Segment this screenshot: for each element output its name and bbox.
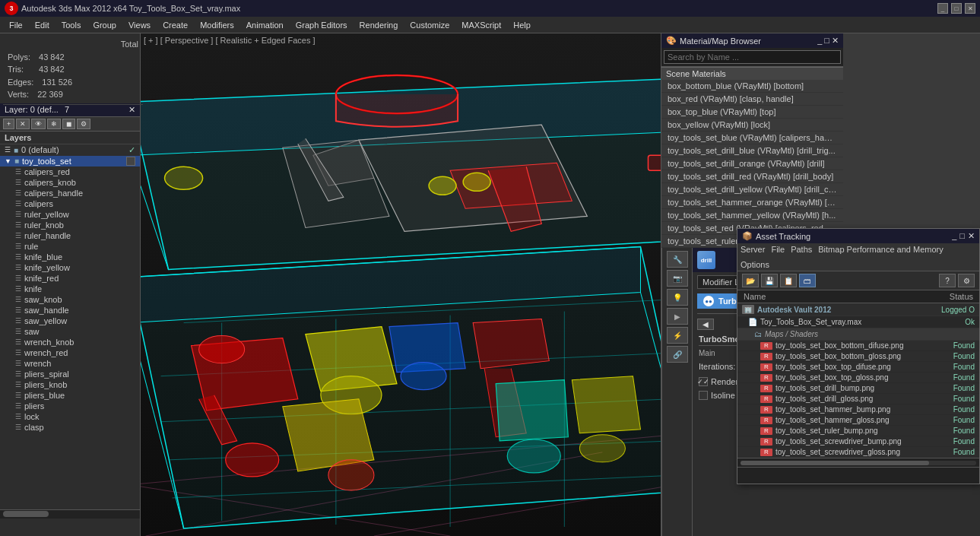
asset-scrollbar[interactable] [737,458,979,467]
asset-row-tex5[interactable]: R toy_tools_set_drill_bump.png Found [737,383,979,394]
isoline-checkbox[interactable] [699,391,708,400]
layer-item-saw-yellow[interactable]: ☰ saw_yellow [0,316,140,326]
layers-settings-btn[interactable]: ⚙ [77,119,90,129]
mat-drill-yellow[interactable]: toy_tools_set_drill_yellow (VRayMtl) [dr… [661,183,843,196]
asset-row-vault[interactable]: 🏢 Autodesk Vault 2012 Logged O [737,303,979,316]
layers-delete-btn[interactable]: ✕ [16,119,30,129]
menu-animation[interactable]: Animation [240,19,290,31]
layer-item-ruler-yellow[interactable]: ☰ ruler_yellow [0,209,140,220]
menu-rendering[interactable]: Rendering [354,19,404,31]
asset-row-tex4[interactable]: R toy_tools_set_box_top_gloss.png Found [737,373,979,383]
layers-scrollbar-thumb[interactable] [3,511,49,517]
scrollbar-thumb-h[interactable] [741,461,929,465]
layer-item-default[interactable]: ☰ ■ 0 (default) ✓ [0,144,140,156]
maximize-button[interactable]: □ [951,3,962,14]
layer-item-calipers-knob[interactable]: ☰ calipers_knob [0,177,140,188]
layer-item-pliers-knob[interactable]: ☰ pliers_knob [0,379,140,390]
layer-item-calipers[interactable]: ☰ calipers [0,198,140,209]
layer-item-wrench-knob[interactable]: ☰ wrench_knob [0,337,140,347]
menu-modifiers[interactable]: Modifiers [194,19,240,31]
asset-row-maxfile[interactable]: 📄 Toy_Tools_Box_Set_vray.max Ok [737,316,979,328]
asset-close-btn[interactable]: ✕ [968,231,975,241]
viewport[interactable]: [ + ] [ Perspective ] [ Realistic + Edge… [141,33,661,536]
layer-item-knife-red[interactable]: ☰ knife_red [0,273,140,284]
toolbar-icon-5[interactable]: ⚡ [667,327,688,344]
layer-item-pliers[interactable]: ☰ pliers [0,401,140,411]
mat-drill-orange[interactable]: toy_tools_set_drill_orange (VRayMtl) [dr… [661,157,843,170]
asset-row-tex7[interactable]: R toy_tools_set_hammer_bump.png Found [737,404,979,415]
mat-browser-min[interactable]: _ [817,36,822,46]
asset-max-btn[interactable]: □ [959,231,965,241]
layer-item-pliers-blue[interactable]: ☰ pliers_blue [0,390,140,401]
layers-render-btn[interactable]: ◼ [62,119,75,129]
layers-close[interactable]: ✕ [128,105,135,115]
layer-item-saw[interactable]: ☰ saw [0,326,140,337]
asset-toolbar-btn1[interactable]: 📂 [742,274,759,287]
asset-row-tex9[interactable]: R toy_tools_set_ruler_bump.png Found [737,426,979,436]
mat-drill-red[interactable]: toy_tools_set_drill_red (VRayMtl) [drill… [661,170,843,183]
asset-toolbar-btn2[interactable]: 💾 [761,274,778,287]
modifier-prev-btn[interactable]: ◀ [697,319,714,330]
mat-box-red[interactable]: box_red (VRayMtl) [clasp, handle] [661,93,843,106]
menu-maxscript[interactable]: MAXScript [455,19,507,31]
layer-item-pliers-spiral[interactable]: ☰ pliers_spiral [0,369,140,379]
render-iters-checkbox[interactable]: ✓ [699,377,708,386]
toolbar-icon-6[interactable]: 🔗 [667,346,688,363]
toolbar-icon-2[interactable]: 📷 [667,270,688,287]
mat-hammer-yellow[interactable]: toy_tools_set_hammer_yellow (VRayMtl) [h… [661,209,843,222]
asset-row-tex1[interactable]: R toy_tools_set_box_bottom_difuse.png Fo… [737,341,979,351]
asset-menu-bitmap[interactable]: Bitmap Performance and Memory [818,245,943,254]
layer-item-lock[interactable]: ☰ lock [0,411,140,422]
asset-menu-paths[interactable]: Paths [791,245,812,254]
menu-file[interactable]: File [3,19,29,31]
toolbar-icon-3[interactable]: 💡 [667,289,688,306]
layers-scrollbar[interactable] [0,509,140,519]
layer-item-ruler-knob[interactable]: ☰ ruler_knob [0,220,140,230]
asset-menu-options[interactable]: Options [741,260,769,269]
mat-tools-blue[interactable]: toy_tools_set_blue (VRayMtl) [calipers_h… [661,132,843,144]
menu-customize[interactable]: Customize [404,19,455,31]
layer-item-toy-tools-set[interactable]: ▼ ■ toy_tools_set [0,156,140,167]
layer-item-wrench-red[interactable]: ☰ wrench_red [0,347,140,358]
menu-tools[interactable]: Tools [56,19,87,31]
layer-item-wrench[interactable]: ☰ wrench [0,358,140,369]
layer-item-calipers-red[interactable]: ☰ calipers_red [0,167,140,177]
mat-drill-blue[interactable]: toy_tools_set_drill_blue (VRayMtl) [dril… [661,144,843,157]
asset-toolbar-help[interactable]: ? [939,274,956,287]
asset-row-tex3[interactable]: R toy_tools_set_box_top_difuse.png Found [737,362,979,373]
menu-help[interactable]: Help [507,19,537,31]
toolbar-icon-1[interactable]: 🔧 [667,251,688,268]
layer-item-knife[interactable]: ☰ knife [0,284,140,294]
asset-menu-file[interactable]: File [771,245,785,254]
mat-box-bottom-blue[interactable]: box_bottom_blue (VRayMtl) [bottom] [661,80,843,93]
mat-box-top-blue[interactable]: box_top_blue (VRayMtl) [top] [661,106,843,119]
menu-create[interactable]: Create [157,19,194,31]
mat-box-yellow[interactable]: box_yellow (VRayMtl) [lock] [661,119,843,132]
layer-item-knife-yellow[interactable]: ☰ knife_yellow [0,262,140,273]
minimize-button[interactable]: _ [937,3,948,14]
layer-item-ruler-handle[interactable]: ☰ ruler_handle [0,230,140,241]
asset-toolbar-btn3[interactable]: 📋 [780,274,797,287]
material-search-input[interactable] [664,50,841,64]
asset-row-tex6[interactable]: R toy_tools_set_drill_gloss.png Found [737,394,979,404]
menu-edit[interactable]: Edit [29,19,56,31]
mat-browser-max[interactable]: □ [824,36,829,46]
mat-hammer-orange[interactable]: toy_tools_set_hammer_orange (VRayMtl) [h… [661,196,843,209]
layer-item-rule[interactable]: ☰ rule [0,241,140,252]
menu-group[interactable]: Group [87,19,122,31]
asset-row-tex2[interactable]: R toy_tools_set_box_bottom_gloss.png Fou… [737,351,979,362]
mat-browser-close[interactable]: ✕ [832,36,839,46]
asset-row-tex10[interactable]: R toy_tools_set_screwdriver_bump.png Fou… [737,436,979,447]
layers-new-btn[interactable]: + [3,119,14,129]
viewport-scene[interactable] [141,33,661,536]
window-controls[interactable]: _ □ ✕ [937,3,975,14]
layer-item-knife-blue[interactable]: ☰ knife_blue [0,252,140,262]
layers-freeze-btn[interactable]: ❄ [47,119,61,129]
toolbar-icon-4[interactable]: ▶ [667,308,688,325]
asset-row-tex8[interactable]: R toy_tools_set_hammer_gloss.png Found [737,415,979,426]
layer-item-saw-handle[interactable]: ☰ saw_handle [0,305,140,316]
asset-min-btn[interactable]: _ [952,231,956,241]
close-button[interactable]: ✕ [965,3,975,14]
layer-item-saw-knob[interactable]: ☰ saw_knob [0,294,140,305]
asset-toolbar-btn4[interactable]: 🗃 [799,274,816,287]
